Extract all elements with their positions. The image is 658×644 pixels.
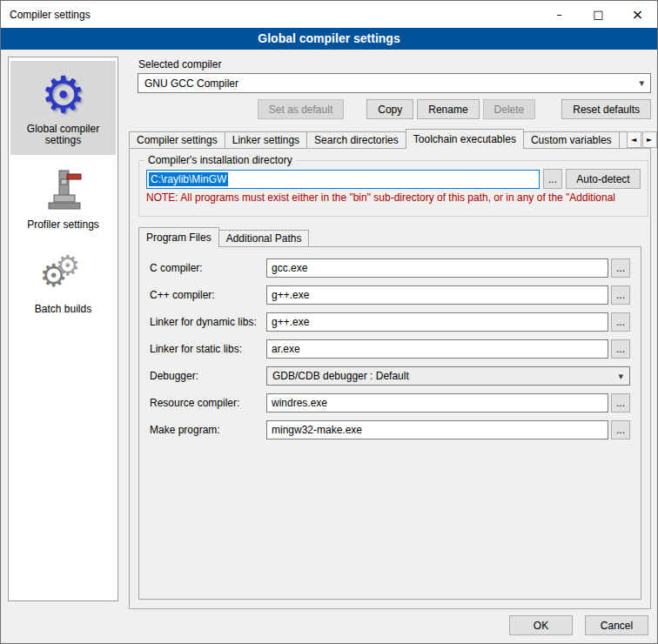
- compiler-actions: Set as default Copy Rename Delete Reset …: [138, 99, 651, 119]
- program-files-panel: C compiler: gcc.exe ... C++ compiler: g+…: [138, 246, 641, 600]
- tab-scrollers: ◄ ►: [627, 131, 657, 149]
- gear-stack: ⚙ ⚙: [40, 252, 87, 299]
- resource-compiler-input[interactable]: windres.exe: [266, 393, 608, 413]
- gear-glyph: ⚙: [56, 252, 81, 279]
- selected-compiler-label: Selected compiler: [138, 58, 221, 70]
- installation-directory-group: Compiler's installation directory C:\ray…: [138, 154, 648, 217]
- tab-compiler-settings[interactable]: Compiler settings: [129, 131, 225, 149]
- sidebar-item-label: Global compiler settings: [13, 124, 113, 146]
- auto-detect-button[interactable]: Auto-detect: [566, 169, 641, 189]
- subtab-program-files[interactable]: Program Files: [138, 227, 219, 247]
- tab-scroll-right-button[interactable]: ►: [642, 131, 657, 148]
- c-compiler-label: C compiler:: [150, 262, 266, 274]
- tab-toolchain-executables[interactable]: Toolchain executables: [406, 129, 524, 149]
- dialog-header: Global compiler settings: [1, 28, 657, 50]
- dialog-footer: OK Cancel: [509, 615, 648, 635]
- browse-c-compiler-button[interactable]: ...: [611, 258, 630, 278]
- settings-category-list: ⚙ Global compiler settings Profiler sett…: [8, 57, 118, 601]
- debugger-label: Debugger:: [150, 370, 266, 382]
- program-files-tabstrip: Program Files Additional Paths: [138, 227, 641, 247]
- chevron-down-icon: ▾: [639, 77, 644, 89]
- resource-compiler-value: windres.exe: [272, 397, 327, 409]
- resource-compiler-row: Resource compiler: windres.exe ...: [150, 393, 630, 413]
- static-linker-label: Linker for static libs:: [150, 343, 266, 355]
- install-dir-value: C:\raylib\MinGW: [149, 172, 228, 186]
- tab-custom-variables[interactable]: Custom variables: [523, 131, 620, 149]
- make-program-input[interactable]: mingw32-make.exe: [266, 420, 608, 439]
- close-icon: ×: [632, 6, 643, 23]
- copy-button[interactable]: Copy: [366, 99, 413, 119]
- c-compiler-value: gcc.exe: [272, 262, 307, 274]
- sidebar-item-batch-builds[interactable]: ⚙ ⚙ Batch builds: [10, 241, 116, 324]
- maximize-button[interactable]: □: [579, 1, 618, 28]
- minimize-icon: –: [556, 8, 562, 21]
- gear-glyph: ⚙: [41, 70, 86, 120]
- browse-cpp-compiler-button[interactable]: ...: [611, 285, 630, 305]
- compiler-select[interactable]: GNU GCC Compiler ▾: [138, 73, 651, 93]
- c-compiler-input[interactable]: gcc.exe: [266, 258, 608, 278]
- cancel-button[interactable]: Cancel: [585, 615, 648, 635]
- set-as-default-button[interactable]: Set as default: [258, 99, 344, 119]
- dynamic-linker-label: Linker for dynamic libs:: [150, 316, 266, 328]
- make-program-value: mingw32-make.exe: [272, 424, 362, 436]
- gray-gears-icon: ⚙ ⚙: [13, 246, 113, 304]
- installation-directory-legend: Compiler's installation directory: [144, 154, 296, 166]
- blue-gear-icon: ⚙: [13, 66, 113, 124]
- static-linker-input[interactable]: ar.exe: [266, 339, 608, 359]
- sidebar-item-label: Profiler settings: [13, 219, 113, 231]
- minimize-button[interactable]: –: [540, 1, 579, 28]
- debugger-select[interactable]: GDB/CDB debugger : Default ▾: [266, 366, 630, 386]
- static-linker-row: Linker for static libs: ar.exe ...: [150, 339, 630, 359]
- browse-dynamic-linker-button[interactable]: ...: [611, 312, 630, 332]
- compiler-settings-dialog: Compiler settings – □ × Global compiler …: [0, 0, 658, 644]
- profiler-tool-graphic: [42, 167, 85, 214]
- tab-linker-settings[interactable]: Linker settings: [225, 131, 307, 149]
- left-arrow-icon: ◄: [631, 136, 636, 144]
- dynamic-linker-value: g++.exe: [272, 316, 309, 328]
- cpp-compiler-value: g++.exe: [272, 289, 309, 301]
- browse-make-program-button[interactable]: ...: [611, 420, 630, 439]
- sidebar-item-label: Batch builds: [13, 304, 113, 315]
- delete-button[interactable]: Delete: [483, 99, 536, 119]
- make-program-label: Make program:: [150, 424, 266, 436]
- ok-button[interactable]: OK: [509, 615, 573, 635]
- debugger-row: Debugger: GDB/CDB debugger : Default ▾: [150, 366, 630, 386]
- toolchain-executables-panel: Compiler's installation directory C:\ray…: [129, 148, 651, 609]
- tab-scroll-left-button[interactable]: ◄: [627, 131, 641, 148]
- bin-subdirectory-note: NOTE: All programs must exist either in …: [146, 191, 641, 204]
- compiler-select-value: GNU GCC Compiler: [144, 77, 238, 90]
- make-program-row: Make program: mingw32-make.exe ...: [150, 420, 630, 439]
- titlebar: Compiler settings – □ ×: [1, 1, 657, 28]
- static-linker-value: ar.exe: [272, 343, 300, 355]
- c-compiler-row: C compiler: gcc.exe ...: [150, 258, 630, 278]
- sidebar-item-profiler-settings[interactable]: Profiler settings: [10, 157, 116, 239]
- browse-static-linker-button[interactable]: ...: [611, 339, 630, 359]
- installation-directory-row: C:\raylib\MinGW ... Auto-detect: [146, 169, 641, 189]
- profiler-tool-icon: [13, 162, 113, 219]
- install-dir-input[interactable]: C:\raylib\MinGW: [146, 170, 540, 189]
- close-button[interactable]: ×: [618, 1, 657, 28]
- resource-compiler-label: Resource compiler:: [150, 397, 266, 409]
- reset-defaults-button[interactable]: Reset defaults: [561, 99, 651, 119]
- tab-search-directories[interactable]: Search directories: [306, 131, 406, 149]
- window-title: Compiler settings: [1, 9, 540, 21]
- browse-resource-compiler-button[interactable]: ...: [611, 393, 630, 413]
- sidebar-item-global-compiler-settings[interactable]: ⚙ Global compiler settings: [10, 61, 116, 155]
- subtab-additional-paths[interactable]: Additional Paths: [218, 230, 310, 247]
- cpp-compiler-row: C++ compiler: g++.exe ...: [150, 285, 630, 305]
- dynamic-linker-input[interactable]: g++.exe: [266, 312, 608, 332]
- rename-button[interactable]: Rename: [417, 99, 479, 119]
- dynamic-linker-row: Linker for dynamic libs: g++.exe ...: [150, 312, 630, 332]
- maximize-icon: □: [593, 8, 603, 21]
- chevron-down-icon: ▾: [618, 371, 623, 382]
- cpp-compiler-label: C++ compiler:: [150, 289, 266, 301]
- right-arrow-icon: ►: [647, 136, 652, 144]
- debugger-select-value: GDB/CDB debugger : Default: [272, 370, 409, 382]
- settings-tabstrip: Compiler settings Linker settings Search…: [129, 129, 651, 149]
- browse-install-dir-button[interactable]: ...: [543, 169, 562, 189]
- cpp-compiler-input[interactable]: g++.exe: [266, 285, 608, 305]
